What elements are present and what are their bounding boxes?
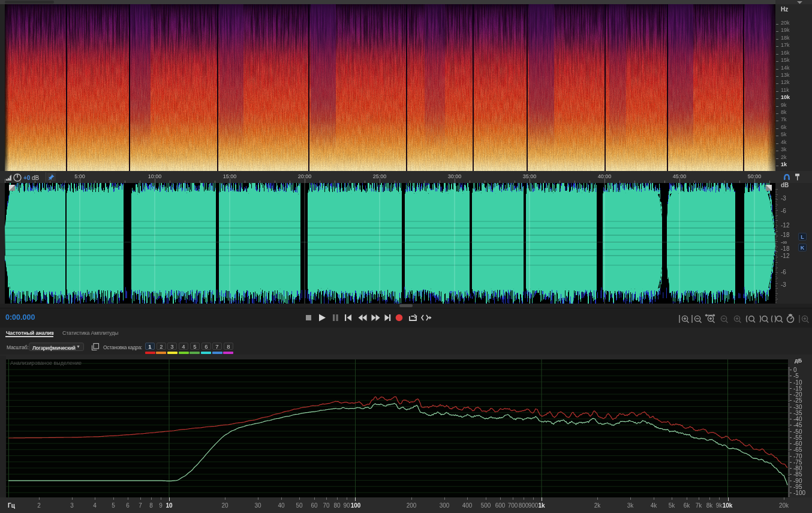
svg-text:dB: dB [32, 175, 40, 181]
svg-text:+0: +0 [23, 175, 31, 181]
